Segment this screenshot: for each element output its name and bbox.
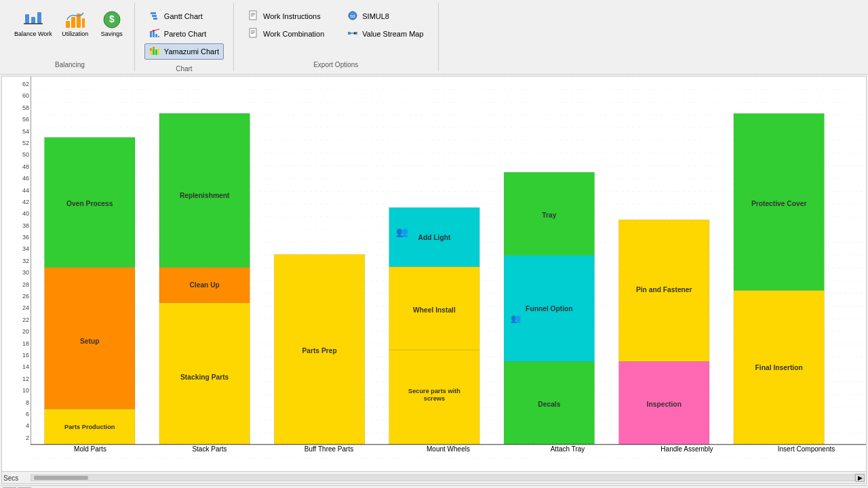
pareto-chart-icon — [149, 28, 160, 40]
horizontal-scrollbar[interactable] — [31, 474, 855, 481]
svg-rect-23 — [158, 47, 159, 55]
scroll-right-button[interactable]: ▶ — [855, 474, 865, 482]
stack-replenishment-seg — [159, 113, 250, 267]
pin-fastener-label: Pin and Fastener — [636, 286, 692, 293]
work-instructions-label: Work Instructions — [263, 12, 321, 20]
utilization-icon — [64, 9, 86, 30]
pareto-chart-button[interactable]: Pareto Chart — [144, 26, 224, 42]
svg-rect-7 — [82, 18, 85, 28]
svg-rect-0 — [25, 14, 29, 24]
simul8-label: SIMUL8 — [362, 12, 389, 20]
gantt-chart-button[interactable]: Gantt Chart — [144, 8, 224, 24]
stacking-parts-label: Stacking Parts — [180, 373, 229, 381]
x-axis-labels: Mold Parts Stack Parts Buff Three Parts … — [31, 441, 866, 471]
utilization-button[interactable]: Utilization — [58, 5, 92, 41]
clean-up-label: Clean Up — [189, 281, 219, 289]
balance-work-label: Balance Work — [14, 30, 52, 37]
x-label-attach-tray: Attach Tray — [508, 445, 627, 453]
chart-plot-area: Parts Production Setup Oven Process Stac… — [31, 77, 866, 471]
parts-prep-label: Parts Prep — [302, 348, 336, 355]
export-col-1: Work Instructions Work Combination — [239, 5, 333, 45]
svg-rect-19 — [150, 48, 152, 51]
scrollbar-area: Secs ▶ — [2, 471, 866, 483]
chart-svg: Parts Production Setup Oven Process Stac… — [31, 77, 866, 471]
simul8-button[interactable]: S8 SIMUL8 — [342, 8, 428, 24]
svg-rect-10 — [151, 12, 156, 14]
svg-rect-28 — [250, 28, 256, 37]
x-label-insert-components: Insert Components — [747, 445, 866, 453]
status-bar: 🔍 📄 — [0, 485, 868, 488]
y-axis: 62 60 58 56 54 52 50 48 46 44 42 40 38 3… — [2, 77, 31, 471]
work-combination-label: Work Combination — [263, 30, 324, 38]
balancing-buttons: Balance Work Utilization — [11, 5, 129, 41]
svg-rect-31 — [251, 33, 254, 34]
yamazumi-chart-label: Yamazumi Chart — [164, 47, 219, 56]
balance-work-icon — [22, 9, 44, 30]
value-stream-map-icon — [347, 28, 358, 40]
balancing-group-label: Balancing — [11, 58, 129, 68]
yamazumi-chart-button[interactable]: Yamazumi Chart — [144, 43, 224, 60]
x-label-handle-assembly: Handle Assembly — [627, 445, 747, 453]
svg-rect-16 — [158, 36, 159, 37]
svg-rect-13 — [150, 32, 152, 37]
work-instructions-button[interactable]: Work Instructions — [243, 8, 329, 24]
svg-rect-22 — [155, 49, 157, 55]
svg-rect-5 — [71, 17, 75, 28]
export-col-2: S8 SIMUL8 Value Stream Map — [338, 5, 432, 45]
parts-production-label: Parts Production — [64, 424, 115, 430]
svg-rect-27 — [251, 16, 254, 16]
secure-screws-label2: screws — [424, 395, 445, 402]
svg-rect-24 — [250, 11, 256, 20]
x-label-stack-parts: Stack Parts — [150, 445, 269, 453]
replenishment-label: Replenishment — [180, 192, 230, 199]
svg-rect-20 — [153, 49, 155, 55]
savings-icon: $ — [101, 9, 123, 30]
x-label-mold-parts: Mold Parts — [31, 445, 150, 453]
secs-label: Secs — [3, 474, 31, 482]
svg-rect-34 — [348, 32, 351, 35]
utilization-label: Utilization — [62, 30, 88, 37]
work-instructions-icon — [248, 10, 259, 22]
toolbar: Balance Work Utilization — [0, 0, 868, 75]
wheel-install-label: Wheel Install — [413, 306, 456, 314]
svg-rect-2 — [37, 12, 41, 24]
svg-rect-18 — [150, 51, 152, 55]
add-light-icon: 👥 — [396, 226, 408, 238]
savings-label: Savings — [101, 30, 123, 37]
scrollbar-thumb[interactable] — [34, 476, 88, 480]
decals-label: Decals — [538, 401, 560, 408]
svg-rect-11 — [152, 15, 157, 17]
svg-rect-1 — [31, 17, 35, 24]
secure-screws-label: Secure parts with — [408, 388, 460, 394]
final-insertion-label: Final Insertion — [755, 365, 803, 372]
toolbar-group-export: Work Instructions Work Combination S8 SI… — [234, 3, 439, 71]
balance-work-button[interactable]: Balance Work — [11, 5, 56, 41]
svg-text:S8: S8 — [351, 14, 356, 18]
funnel-option-label: Funnel Option — [526, 305, 573, 312]
funnel-option-icon: 👥 — [511, 313, 521, 324]
inspection-label: Inspection — [647, 401, 682, 408]
work-combination-button[interactable]: Work Combination — [243, 26, 329, 42]
svg-rect-26 — [251, 14, 255, 15]
work-combination-icon — [248, 28, 259, 40]
oven-process-label: Oven Process — [66, 200, 113, 207]
svg-rect-21 — [153, 47, 155, 49]
svg-rect-30 — [251, 32, 255, 33]
gantt-chart-icon — [149, 10, 160, 22]
pareto-chart-label: Pareto Chart — [164, 30, 206, 38]
svg-rect-12 — [153, 18, 157, 20]
value-stream-map-button[interactable]: Value Stream Map — [342, 26, 428, 42]
setup-label: Setup — [80, 338, 99, 345]
yamazumi-chart-icon — [149, 45, 160, 58]
svg-rect-4 — [66, 21, 70, 28]
tray-label: Tray — [542, 211, 556, 219]
chart-buttons: Gantt Chart Pareto Chart Yamazumi Chart — [140, 5, 228, 62]
toolbar-group-balancing: Balance Work Utilization — [5, 3, 135, 71]
add-light-label: Add Light — [418, 234, 451, 241]
chart-group-label: Chart — [140, 62, 228, 73]
value-stream-map-label: Value Stream Map — [362, 30, 423, 38]
gantt-chart-label: Gantt Chart — [164, 12, 203, 20]
svg-rect-15 — [155, 34, 157, 37]
x-label-buff-three-parts: Buff Three Parts — [269, 445, 389, 453]
savings-button[interactable]: $ Savings — [95, 5, 129, 41]
